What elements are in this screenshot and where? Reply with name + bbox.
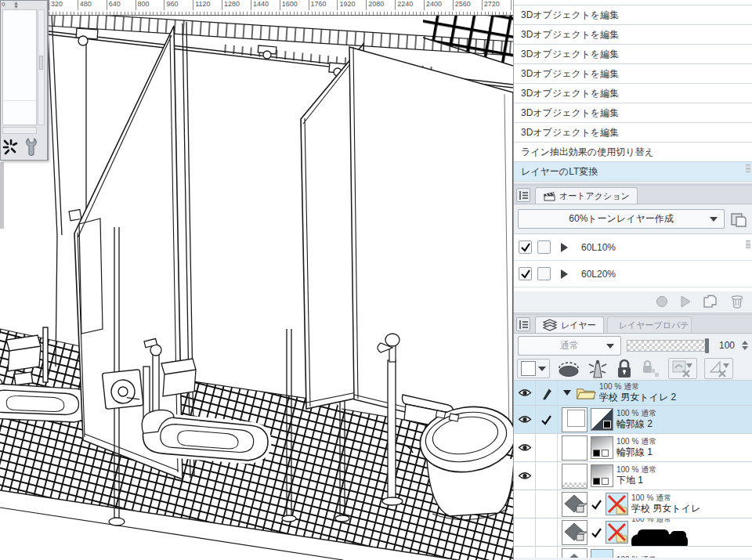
gradient-thumbnail[interactable] bbox=[591, 436, 613, 459]
expand-action-icon[interactable] bbox=[561, 243, 568, 252]
palette-spinner-value: 0 bbox=[1, 1, 47, 9]
opacity-value[interactable]: 100 bbox=[714, 340, 735, 351]
opacity-slider-handle[interactable] bbox=[705, 338, 709, 353]
pen-icon bbox=[540, 386, 553, 400]
enable-mask-button[interactable] bbox=[668, 358, 697, 379]
draft-check-cell[interactable] bbox=[536, 490, 558, 518]
new-action-set-icon[interactable] bbox=[729, 210, 748, 229]
history-item[interactable]: 3Dオブジェクトを編集 bbox=[514, 123, 752, 143]
canvas-drawing[interactable] bbox=[0, 0, 513, 560]
layer-row-3d[interactable]: 100 % 通常 学校 男女トイレ bbox=[514, 490, 752, 518]
layer-row-3d[interactable]: 100 % 通常 bbox=[514, 518, 752, 547]
layer-thumbnail[interactable] bbox=[562, 407, 588, 432]
history-item[interactable]: 3Dオブジェクトを編集 bbox=[514, 25, 752, 45]
visibility-cell[interactable] bbox=[514, 406, 536, 433]
collapse-folder-icon[interactable] bbox=[563, 390, 571, 396]
history-item[interactable]: 3Dオブジェクトを編集 bbox=[514, 84, 752, 103]
layer-thumbnail[interactable] bbox=[562, 435, 588, 461]
opacity-stepper[interactable] bbox=[742, 341, 748, 350]
palette-list[interactable] bbox=[2, 9, 37, 125]
spray-effect-icon[interactable] bbox=[2, 138, 18, 157]
visibility-cell[interactable] bbox=[514, 490, 536, 518]
edit-history-panel: 3Dオブジェクトを編集3Dオブジェクトを編集3Dオブジェクトを編集3Dオブジェク… bbox=[514, 0, 752, 182]
expand-action-icon[interactable] bbox=[561, 269, 568, 279]
record-icon[interactable] bbox=[656, 295, 668, 308]
lock-transparent-pixels-icon[interactable] bbox=[641, 359, 661, 379]
spinner-arrows-icon[interactable]: ▲▼ bbox=[13, 1, 19, 9]
layer-row-folder[interactable]: 100 % 通常 学校 男女トイレ 2 bbox=[514, 381, 752, 406]
draft-check-cell[interactable] bbox=[536, 547, 558, 558]
scrollbar-thumb[interactable] bbox=[39, 56, 43, 70]
3d-layer-thumbnail[interactable] bbox=[562, 520, 588, 545]
toilet-paper-holder bbox=[102, 370, 143, 410]
lt-source-thumbnail[interactable] bbox=[606, 493, 628, 515]
history-item[interactable]: 3Dオブジェクトを編集 bbox=[514, 5, 752, 25]
visibility-cell[interactable] bbox=[514, 547, 536, 558]
history-item[interactable]: 3Dオブジェクトを編集 bbox=[514, 64, 752, 84]
draft-check-cell[interactable] bbox=[536, 518, 558, 546]
panel-resize-grip[interactable] bbox=[746, 164, 750, 172]
ruler-number: 1760 bbox=[309, 0, 338, 10]
edit-target-cell[interactable] bbox=[536, 381, 558, 405]
action-enabled-checkbox[interactable] bbox=[519, 267, 532, 280]
layer-thumbnail-2[interactable] bbox=[591, 549, 613, 558]
history-item[interactable]: 3Dオブジェクトを編集 bbox=[514, 0, 752, 5]
lock-icon[interactable] bbox=[615, 359, 634, 379]
action-row[interactable]: 60L10% bbox=[514, 234, 752, 261]
3d-layer-thumbnail[interactable] bbox=[562, 492, 588, 517]
clip-studio-paint-window: 3204806408009601120128014401600176019202… bbox=[0, 0, 752, 560]
draft-check-cell[interactable] bbox=[536, 462, 558, 490]
tab-layer-property[interactable]: レイヤープロパティ bbox=[607, 316, 692, 333]
palette-vertical-scrollbar[interactable] bbox=[38, 9, 45, 125]
action-row[interactable]: 60L20% bbox=[514, 261, 752, 287]
draft-check-cell[interactable] bbox=[536, 434, 558, 461]
gradient-thumbnail[interactable] bbox=[591, 464, 613, 487]
action-dialog-checkbox[interactable] bbox=[537, 240, 551, 254]
partition-right-panel bbox=[349, 47, 513, 439]
opacity-slider[interactable] bbox=[627, 340, 709, 352]
panel-menu-button[interactable] bbox=[516, 317, 530, 331]
palette-horizontal-scrollbar[interactable] bbox=[2, 127, 37, 134]
light-table-lighthouse-icon[interactable] bbox=[588, 359, 608, 379]
history-item[interactable]: レイヤーのLT変換 bbox=[514, 162, 752, 182]
layer-row[interactable]: 100 % 通常 輪郭線 1 bbox=[514, 434, 752, 462]
blend-mode-select[interactable]: 通常 bbox=[518, 336, 621, 356]
ruler-command-button[interactable] bbox=[704, 358, 733, 379]
panel-menu-button[interactable] bbox=[516, 188, 530, 202]
duplicate-icon[interactable] bbox=[703, 294, 718, 309]
tab-layer[interactable]: レイヤー bbox=[535, 316, 604, 333]
history-item[interactable]: 3Dオブジェクトを編集 bbox=[514, 45, 752, 64]
layer-row[interactable]: 100 % 通常 下地 1 bbox=[514, 462, 752, 490]
action-set-select[interactable]: 60%トーンレイヤー作成 bbox=[518, 209, 725, 229]
layer-color-dropdown[interactable] bbox=[517, 359, 550, 378]
selection-bowl-icon[interactable] bbox=[557, 359, 580, 378]
ruler-number: 1280 bbox=[222, 0, 251, 10]
visibility-cell[interactable] bbox=[514, 518, 536, 546]
tone-thumbnail[interactable] bbox=[591, 408, 613, 431]
visibility-cell[interactable] bbox=[514, 381, 536, 405]
lt-source-thumbnail[interactable] bbox=[606, 521, 628, 544]
left-tool-palette[interactable]: 0 ▲▼ bbox=[0, 0, 49, 161]
ruler-number: 2400 bbox=[424, 0, 453, 10]
wrench-icon[interactable] bbox=[24, 137, 41, 157]
visibility-cell[interactable] bbox=[514, 434, 536, 461]
layer-row[interactable]: 100 % 通常 輪郭線 2 bbox=[514, 406, 752, 434]
visibility-cell[interactable] bbox=[514, 462, 536, 490]
draft-check-cell[interactable] bbox=[536, 406, 558, 433]
layer-row[interactable]: 100 % 通常 bbox=[514, 547, 752, 558]
play-icon[interactable] bbox=[680, 295, 691, 308]
action-enabled-checkbox[interactable] bbox=[519, 240, 532, 254]
layer-thumbnail[interactable] bbox=[562, 464, 588, 489]
history-item[interactable]: ライン抽出効果の使用切り替え bbox=[514, 143, 752, 162]
eye-icon bbox=[518, 388, 532, 398]
action-dialog-checkbox[interactable] bbox=[537, 267, 551, 280]
layer-list: 100 % 通常 学校 男女トイレ 2 bbox=[514, 381, 752, 558]
trash-icon[interactable] bbox=[730, 294, 744, 309]
layer-thumbnail[interactable] bbox=[562, 548, 588, 558]
panel-resize-grip[interactable] bbox=[746, 240, 750, 248]
action-row[interactable] bbox=[514, 287, 752, 291]
tab-auto-action[interactable]: オートアクション bbox=[535, 187, 638, 204]
history-item[interactable]: 3Dオブジェクトを編集 bbox=[514, 103, 752, 123]
ruler-number: 2240 bbox=[395, 0, 424, 10]
horizontal-ruler[interactable]: 3204806408009601120128014401600176019202… bbox=[49, 0, 513, 16]
